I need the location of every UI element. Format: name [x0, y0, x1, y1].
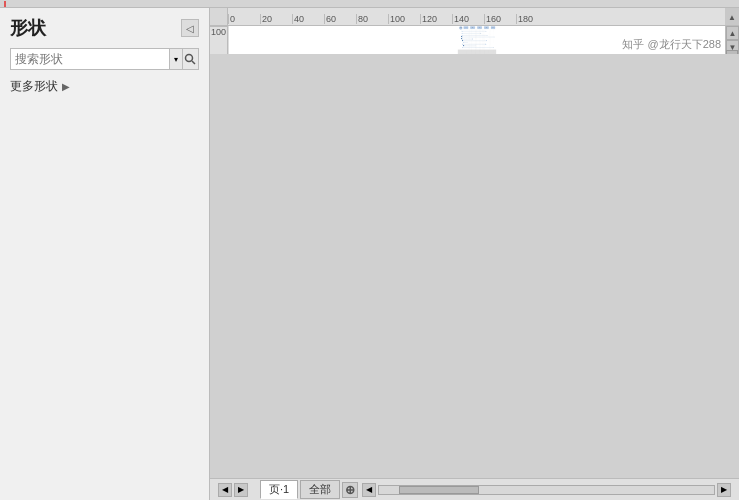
- scroll-up-button[interactable]: ▲: [726, 26, 739, 40]
- add-icon: ⊕: [345, 483, 355, 497]
- svg-point-0: [186, 55, 193, 62]
- add-page-button[interactable]: ⊕: [342, 482, 358, 498]
- ruler-top: 0 20 40 60 80 100 120 140 160 180 ▲: [210, 8, 739, 26]
- scrollbar-thumb[interactable]: [726, 50, 738, 54]
- ruler-mark-h: 80: [356, 14, 388, 24]
- scroll-right-icon: ▶: [721, 485, 727, 494]
- ruler-mark-h: 180: [516, 14, 548, 24]
- svg-rect-44: [463, 42, 464, 43]
- ruler-mark-h: 20: [260, 14, 292, 24]
- search-input[interactable]: [11, 50, 169, 68]
- more-shapes-arrow-icon: ▶: [62, 81, 70, 92]
- svg-rect-49: [463, 46, 464, 47]
- ruler-mark-h: 100: [388, 14, 420, 24]
- scroll-left-button[interactable]: ◀: [362, 483, 376, 497]
- top-bar: [0, 0, 739, 8]
- svg-rect-39: [472, 39, 473, 40]
- ruler-mark-h: 140: [452, 14, 484, 24]
- search-dropdown-button[interactable]: ▾: [169, 49, 182, 69]
- ruler-mark-h: 160: [484, 14, 516, 24]
- more-shapes-label: 更多形状: [10, 78, 58, 95]
- right-content: 0 20 40 60 80 100 120 140 160 180 ▲: [210, 8, 739, 500]
- scroll-right-button[interactable]: ▶: [717, 483, 731, 497]
- scrollbar-h-thumb[interactable]: [399, 486, 479, 494]
- page-tabs: 页·1 全部 ⊕: [260, 480, 358, 499]
- ruler-mark-h: 0: [228, 14, 260, 24]
- left-panel: 形状 ◁ ▾ 更多形状 ▶: [0, 8, 210, 500]
- svg-rect-30: [462, 33, 463, 34]
- svg-line-1: [192, 61, 195, 64]
- svg-rect-47: [485, 44, 486, 45]
- canvas-wrapper: 0 20 40 60 80 100 120 140 160 180 ▲: [210, 8, 739, 478]
- scroll-up-icon: ▲: [729, 29, 737, 38]
- svg-rect-3: [458, 50, 496, 54]
- ruler-corner: [210, 8, 228, 26]
- page-nav-left-button[interactable]: ◀: [218, 483, 232, 497]
- scrollbar-h-track[interactable]: [378, 485, 715, 495]
- top-bar-line: [4, 1, 6, 7]
- canvas-body: 100 120 100 80 60 40 20 0 20 40: [210, 26, 739, 54]
- svg-rect-42: [486, 40, 487, 41]
- more-shapes-item[interactable]: 更多形状 ▶: [0, 74, 209, 99]
- ruler-mark-h: 40: [292, 14, 324, 24]
- collapse-icon: ◁: [186, 23, 194, 34]
- bottom-bar: ◀ ▶ 页·1 全部 ⊕ ◀: [210, 478, 739, 500]
- ruler-marks-horizontal: 0 20 40 60 80 100 120 140 160 180: [228, 8, 548, 25]
- scroll-left-icon: ◀: [366, 485, 372, 494]
- svg-rect-52: [462, 47, 463, 48]
- page-tab-all[interactable]: 全部: [300, 480, 340, 499]
- svg-rect-27: [462, 31, 463, 32]
- ruler-mark-h: 120: [420, 14, 452, 24]
- panel-header: 形状 ◁: [0, 8, 209, 44]
- vertical-scrollbar: ▲ ▼: [725, 26, 739, 54]
- ruler-mark-h: 60: [324, 14, 356, 24]
- search-row: ▾: [10, 48, 199, 70]
- svg-rect-36: [462, 37, 463, 38]
- collapse-button[interactable]: ◁: [181, 19, 199, 37]
- scroll-up-icon: ▲: [728, 13, 736, 22]
- svg-point-13: [459, 26, 462, 29]
- page-tab-1[interactable]: 页·1: [260, 480, 298, 499]
- search-button[interactable]: [182, 49, 198, 69]
- page-navigation: ◀ ▶: [218, 483, 248, 497]
- scroll-up-button[interactable]: ▲: [725, 8, 739, 26]
- watermark: 知乎 @龙行天下288: [622, 37, 721, 52]
- svg-rect-38: [462, 39, 463, 40]
- ruler-marks-vertical: 100 120 100 80 60 40 20 0 20 40: [210, 26, 227, 54]
- svg-rect-41: [462, 40, 463, 41]
- diagram-canvas[interactable]: One Loop A B C D: [228, 26, 725, 54]
- svg-rect-33: [462, 35, 463, 36]
- svg-rect-46: [462, 44, 463, 45]
- page-nav-right-button[interactable]: ▶: [234, 483, 248, 497]
- panel-title: 形状: [10, 16, 46, 40]
- main-layout: 形状 ◁ ▾ 更多形状 ▶: [0, 8, 739, 500]
- chevron-down-icon: ▾: [174, 55, 178, 64]
- search-icon: [184, 53, 196, 65]
- ruler-left: 100 120 100 80 60 40 20 0 20 40: [210, 26, 228, 54]
- horizontal-scrollbar: ◀ ▶: [362, 483, 731, 497]
- ruler-mark-v: 100: [210, 26, 227, 54]
